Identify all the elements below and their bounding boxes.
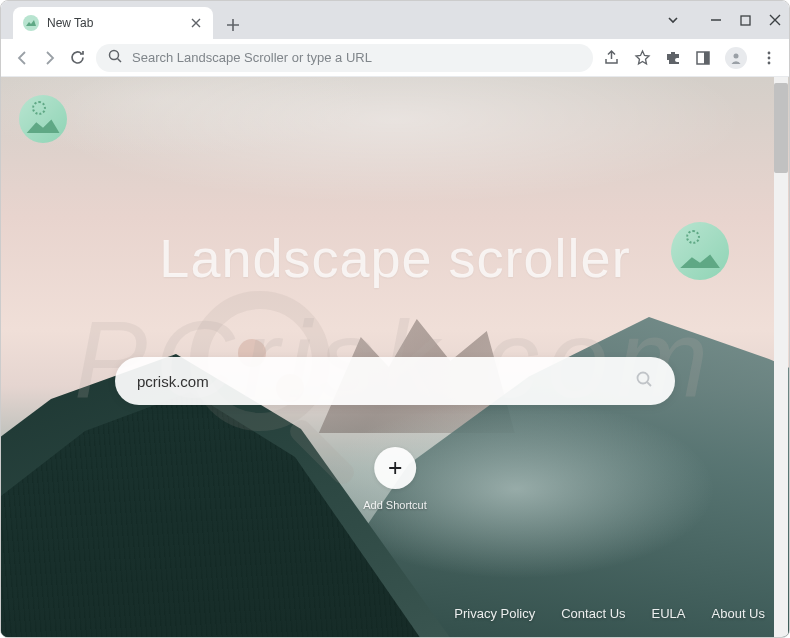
svg-rect-4 [704,52,709,64]
svg-point-0 [23,15,39,31]
svg-point-9 [638,373,649,384]
footer-link-privacy[interactable]: Privacy Policy [454,606,535,621]
hero-logo-icon [671,222,729,280]
address-bar[interactable]: Search Landscape Scroller or type a URL [96,44,593,72]
tab-title: New Tab [47,16,189,30]
tab-close-icon[interactable] [189,15,203,31]
svg-point-8 [768,61,771,64]
bookmark-star-icon[interactable] [634,49,651,66]
add-shortcut: Add Shortcut [363,447,427,511]
page-title: Landscape scroller [159,227,630,289]
svg-point-7 [768,56,771,59]
page-content: PCrisk.com Landscape scroller Add Shortc… [1,77,789,638]
search-icon [108,49,122,67]
tab-favicon-icon [23,15,39,31]
sidepanel-icon[interactable] [695,50,711,66]
profile-icon[interactable] [725,47,747,69]
footer-links: Privacy Policy Contact Us EULA About Us [454,606,765,621]
svg-point-6 [768,51,771,54]
tab-search-chevron-icon[interactable] [666,13,680,27]
address-bar-placeholder: Search Landscape Scroller or type a URL [132,50,581,65]
add-shortcut-label: Add Shortcut [363,499,427,511]
footer-link-contact[interactable]: Contact Us [561,606,625,621]
search-input[interactable] [137,373,635,390]
browser-toolbar: Search Landscape Scroller or type a URL [1,39,789,77]
window-maximize-icon[interactable] [740,15,751,26]
nav-forward-icon[interactable] [41,49,59,67]
window-titlebar: New Tab [1,1,789,39]
nav-back-icon[interactable] [13,49,31,67]
footer-link-eula[interactable]: EULA [652,606,686,621]
window-minimize-icon[interactable] [710,14,722,26]
search-submit-icon[interactable] [635,370,653,392]
nav-reload-icon[interactable] [69,49,86,66]
share-icon[interactable] [603,49,620,66]
add-shortcut-button[interactable] [374,447,416,489]
svg-point-5 [734,53,739,58]
background-clouds [1,77,789,358]
vertical-scrollbar[interactable] [774,77,788,637]
svg-point-2 [110,50,119,59]
footer-link-about[interactable]: About Us [712,606,765,621]
menu-dots-icon[interactable] [761,50,777,66]
window-close-icon[interactable] [769,14,781,26]
svg-rect-1 [741,16,750,25]
scrollbar-thumb[interactable] [774,83,788,173]
extension-logo-icon[interactable] [19,95,67,143]
new-tab-button[interactable] [219,11,247,39]
extensions-icon[interactable] [665,50,681,66]
main-search-bar[interactable] [115,357,675,405]
browser-tab[interactable]: New Tab [13,7,213,39]
